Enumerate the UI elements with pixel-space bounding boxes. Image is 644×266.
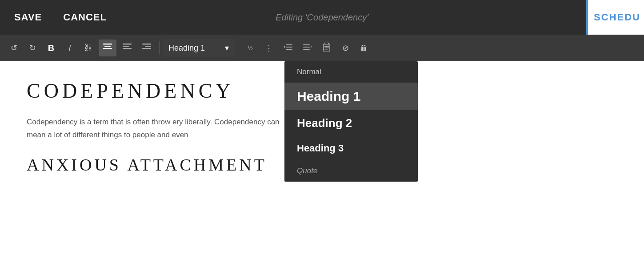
editing-title: Editing 'Codependency' bbox=[276, 12, 368, 23]
italic-icon: I bbox=[68, 44, 71, 53]
undo-icon: ↺ bbox=[11, 43, 17, 53]
indent-decrease-icon bbox=[284, 44, 292, 53]
heading-dropdown-button[interactable]: Heading 1 ▾ bbox=[163, 39, 234, 57]
save-button[interactable]: SAVE bbox=[14, 12, 42, 23]
redo-button[interactable]: ↻ bbox=[24, 40, 41, 56]
italic-button[interactable]: I bbox=[61, 40, 78, 56]
svg-rect-6 bbox=[123, 48, 132, 49]
redo-icon: ↻ bbox=[29, 43, 36, 53]
svg-rect-22 bbox=[324, 48, 329, 48]
bold-icon: B bbox=[48, 43, 54, 53]
align-right-icon bbox=[142, 44, 151, 53]
heading-dropdown-menu: Normal Heading 1 Heading 2 Heading 3 Quo… bbox=[284, 61, 418, 182]
schedule-label[interactable]: SCHEDU bbox=[594, 12, 640, 23]
dropdown-h1-label: Heading 1 bbox=[297, 89, 360, 104]
schedule-area: SCHEDU bbox=[586, 0, 644, 35]
delete-icon: 🗑 bbox=[360, 44, 368, 53]
svg-rect-20 bbox=[325, 43, 328, 45]
divider-2 bbox=[238, 41, 238, 55]
top-bar: SAVE CANCEL Editing 'Codependency' SCHED… bbox=[0, 0, 644, 35]
svg-rect-23 bbox=[324, 49, 328, 50]
svg-rect-21 bbox=[324, 46, 329, 47]
svg-rect-16 bbox=[303, 47, 310, 48]
svg-rect-9 bbox=[145, 46, 151, 47]
delete-button[interactable]: 🗑 bbox=[356, 40, 372, 56]
dropdown-h2[interactable]: Heading 2 bbox=[284, 110, 418, 136]
dropdown-normal-label: Normal bbox=[297, 67, 321, 76]
divider-1 bbox=[159, 41, 160, 55]
cancel-button[interactable]: CANCEL bbox=[63, 12, 107, 23]
svg-rect-4 bbox=[123, 44, 132, 45]
indent-increase-button[interactable] bbox=[299, 40, 316, 56]
more-options-button[interactable]: ⋮ bbox=[260, 40, 277, 56]
dropdown-h1[interactable]: Heading 1 bbox=[284, 83, 418, 110]
align-center-button[interactable] bbox=[99, 40, 116, 56]
link-icon: ⛓ bbox=[84, 44, 92, 53]
dropdown-h3-label: Heading 3 bbox=[297, 143, 344, 154]
clipboard-button[interactable] bbox=[318, 40, 335, 56]
svg-rect-13 bbox=[286, 49, 292, 50]
link-button[interactable]: ⛓ bbox=[80, 40, 97, 56]
align-left-button[interactable] bbox=[118, 40, 136, 56]
align-right-button[interactable] bbox=[138, 40, 156, 56]
fraction-icon: ½ bbox=[248, 44, 253, 52]
indent-decrease-button[interactable] bbox=[279, 40, 297, 56]
svg-rect-2 bbox=[103, 48, 112, 49]
svg-rect-1 bbox=[104, 46, 111, 47]
block-button[interactable]: ⊘ bbox=[337, 40, 354, 56]
ellipsis-icon: ⋮ bbox=[265, 43, 273, 53]
fraction-button[interactable]: ½ bbox=[242, 40, 259, 56]
svg-rect-0 bbox=[103, 44, 112, 45]
align-left-icon bbox=[123, 44, 132, 53]
dropdown-normal[interactable]: Normal bbox=[284, 61, 418, 83]
dropdown-quote-label: Quote bbox=[297, 167, 317, 175]
dropdown-h3[interactable]: Heading 3 bbox=[284, 136, 418, 160]
clipboard-icon bbox=[323, 43, 331, 54]
block-icon: ⊘ bbox=[342, 43, 349, 53]
bold-button[interactable]: B bbox=[43, 40, 60, 56]
svg-rect-8 bbox=[142, 44, 151, 45]
svg-rect-5 bbox=[123, 46, 129, 47]
editor-paragraph[interactable]: Codependency is a term that is often thr… bbox=[27, 116, 284, 142]
dropdown-h2-label: Heading 2 bbox=[297, 116, 352, 130]
heading-dropdown-label: Heading 1 bbox=[168, 44, 205, 53]
indent-increase-icon bbox=[303, 44, 312, 53]
editor-toolbar: ↺ ↻ B I ⛓ bbox=[0, 35, 644, 61]
svg-rect-11 bbox=[286, 44, 292, 45]
dropdown-quote[interactable]: Quote bbox=[284, 160, 418, 182]
undo-button[interactable]: ↺ bbox=[5, 40, 22, 56]
svg-rect-12 bbox=[286, 47, 292, 48]
svg-marker-14 bbox=[284, 46, 285, 48]
chevron-down-icon: ▾ bbox=[225, 43, 229, 53]
align-center-icon bbox=[103, 44, 112, 53]
svg-rect-17 bbox=[303, 49, 310, 50]
svg-marker-18 bbox=[311, 46, 312, 48]
svg-rect-10 bbox=[142, 48, 151, 49]
svg-rect-15 bbox=[303, 44, 310, 45]
